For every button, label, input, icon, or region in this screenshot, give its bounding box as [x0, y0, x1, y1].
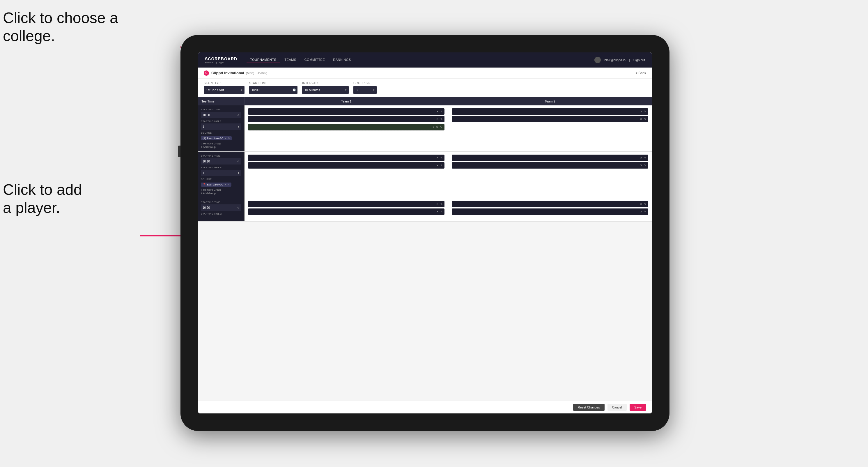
top-nav: SCOREBOARD Powered by clippd TOURNAMENTS… — [198, 53, 652, 67]
course-remove-icon-2[interactable]: ✕ — [224, 183, 226, 186]
time-clock-icon-2: ⏱ — [237, 160, 240, 163]
player-row: ✕ ✎ — [452, 162, 648, 168]
nav-tab-teams[interactable]: TEAMS — [281, 57, 300, 63]
nav-tabs: TOURNAMENTS TEAMS COMMITTEE RANKINGS — [247, 57, 354, 63]
nav-tab-rankings[interactable]: RANKINGS — [330, 57, 354, 63]
starting-time-input-1[interactable]: 10:00 ⏱ — [201, 112, 241, 118]
cancel-button[interactable]: Cancel — [608, 404, 627, 411]
player-row: ✕ ✎ — [452, 116, 648, 122]
player-edit-icon[interactable]: ✎ — [644, 164, 647, 167]
start-type-wrapper: 1st Tee Start ▼ — [204, 86, 245, 94]
course-tag-1[interactable]: (A) Peachtree GC ✕ ✎ — [201, 136, 232, 140]
player-row: ✕ ✎ — [452, 201, 648, 207]
player-edit-icon[interactable]: ✎ — [440, 126, 442, 129]
table-row: STARTING TIME: 10:10 ⏱ STARTING HOLE: 1 … — [198, 152, 652, 198]
th-team1: Team 1 — [245, 97, 448, 105]
start-time-group: Start Time 🕐 — [249, 82, 298, 94]
course-label-1: COURSE: — [201, 132, 241, 134]
nav-tab-tournaments[interactable]: TOURNAMENTS — [247, 57, 280, 63]
nav-tab-committee[interactable]: COMMITTEE — [301, 57, 329, 63]
player-edit-icon[interactable]: ✎ — [644, 110, 647, 113]
hole-arrow-icon-1: ⬆ — [238, 125, 240, 128]
player-x-icon[interactable]: ✕ — [436, 164, 439, 167]
starting-time-input-2[interactable]: 10:10 ⏱ — [201, 158, 241, 164]
player-x-icon[interactable]: ✕ — [640, 210, 643, 213]
start-type-group: Start Type 1st Tee Start ▼ — [204, 82, 245, 94]
intervals-label: Intervals — [302, 82, 349, 85]
form-area: Start Type 1st Tee Start ▼ Start Time 🕐 … — [198, 79, 652, 97]
course-name-1: (A) Peachtree GC — [203, 137, 223, 140]
player-x-icon[interactable]: ✕ — [640, 110, 643, 113]
player-edit-icon[interactable]: ✎ — [644, 210, 647, 213]
player-edit-icon[interactable]: ✎ — [440, 210, 443, 213]
start-time-input[interactable] — [249, 86, 298, 94]
player-x-icon[interactable]: ✕ — [436, 118, 439, 121]
start-type-select[interactable]: 1st Tee Start — [204, 86, 245, 94]
course-remove-icon-1[interactable]: ✕ — [225, 137, 227, 140]
starting-time-input-3[interactable]: 10:20 ⏱ — [201, 205, 241, 211]
left-cell-1: STARTING TIME: 10:00 ⏱ STARTING HOLE: 1 … — [198, 105, 245, 151]
course-edit-icon-2[interactable]: ✎ — [228, 183, 230, 186]
player-x-icon[interactable]: ✕ — [640, 203, 643, 206]
player-x-icon[interactable]: ✕ — [640, 164, 643, 167]
add-player-icon-1: + — [433, 126, 434, 129]
hosting-label: Hosting — [256, 71, 267, 75]
main-content: Tee Time Team 1 Team 2 STARTING TIME: 10… — [198, 97, 652, 401]
player-row: ✕ ✎ — [248, 201, 444, 207]
remove-group-link-2[interactable]: ○ Remove Group — [201, 188, 241, 191]
team1-cell-1: ✕ ✎ ✕ ✎ + ✕ ✎ — [245, 105, 448, 151]
starting-hole-select-2[interactable]: 1 ⬆ — [201, 170, 241, 176]
player-edit-icon[interactable]: ✎ — [644, 156, 647, 159]
course-icon-2: 📍 — [203, 183, 206, 186]
player-edit-icon[interactable]: ✎ — [440, 164, 443, 167]
course-edit-icon-1[interactable]: ✎ — [228, 137, 230, 140]
starting-time-label-3: STARTING TIME: — [201, 201, 241, 204]
tablet-screen: SCOREBOARD Powered by clippd TOURNAMENTS… — [198, 53, 652, 413]
player-edit-icon[interactable]: ✎ — [440, 118, 443, 121]
player-edit-icon[interactable]: ✎ — [440, 203, 443, 206]
player-row: ✕ ✎ — [452, 155, 648, 161]
schedule-table: Tee Time Team 1 Team 2 STARTING TIME: 10… — [198, 97, 652, 401]
user-avatar — [594, 57, 601, 63]
remove-group-link-1[interactable]: ○ Remove Group — [201, 142, 241, 145]
save-button[interactable]: Save — [630, 404, 646, 411]
player-x-icon[interactable]: ✕ — [640, 118, 643, 121]
logo-sub-text: Powered by clippd — [205, 61, 237, 64]
sign-out-link[interactable]: Sign out — [633, 58, 645, 62]
player-row: ✕ ✎ — [248, 155, 444, 161]
course-label-2: COURSE: — [201, 178, 241, 181]
group-size-wrapper: 3 ▼ — [353, 86, 377, 94]
starting-hole-label-2: STARTING HOLE: — [201, 166, 241, 169]
starting-hole-select-1[interactable]: 1 ⬆ — [201, 123, 241, 130]
course-name-2: East Lake GC — [207, 183, 223, 186]
group-size-select[interactable]: 3 — [353, 86, 377, 94]
back-button[interactable]: < Back — [636, 71, 646, 75]
add-player-row-1[interactable]: + ✕ ✎ — [248, 124, 444, 130]
course-tag-2[interactable]: 📍 East Lake GC ✕ ✎ — [201, 183, 231, 187]
group-size-label: Group Size — [353, 82, 377, 85]
player-x-icon[interactable]: ✕ — [436, 210, 439, 213]
team2-cell-1: ✕ ✎ ✕ ✎ — [448, 105, 652, 151]
add-group-link-1[interactable]: + Add Group — [201, 146, 241, 149]
th-tee-time: Tee Time — [198, 97, 245, 105]
annotation-1: Click to choose a college. — [3, 9, 118, 45]
table-header: Tee Time Team 1 Team 2 — [198, 97, 652, 105]
reset-button[interactable]: Reset Changes — [573, 404, 604, 411]
player-edit-icon[interactable]: ✎ — [440, 156, 443, 159]
group-size-group: Group Size 3 ▼ — [353, 82, 377, 94]
player-x-icon[interactable]: ✕ — [640, 156, 643, 159]
player-row: ✕ ✎ — [248, 116, 444, 122]
player-x-icon[interactable]: ✕ — [436, 110, 439, 113]
player-x-icon[interactable]: ✕ — [436, 203, 439, 206]
start-type-label: Start Type — [204, 82, 245, 85]
intervals-select[interactable]: 10 Minutes — [302, 86, 349, 94]
player-x-icon[interactable]: ✕ — [436, 156, 439, 159]
player-edit-icon[interactable]: ✎ — [644, 203, 647, 206]
player-edit-icon[interactable]: ✎ — [644, 118, 647, 121]
start-time-label: Start Time — [249, 82, 298, 85]
add-group-link-2[interactable]: + Add Group — [201, 192, 241, 195]
player-x-icon[interactable]: ✕ — [436, 126, 438, 129]
player-edit-icon[interactable]: ✎ — [440, 110, 443, 113]
sub-header-logo: C — [204, 70, 209, 76]
user-email: blair@clippd.io — [604, 58, 625, 62]
